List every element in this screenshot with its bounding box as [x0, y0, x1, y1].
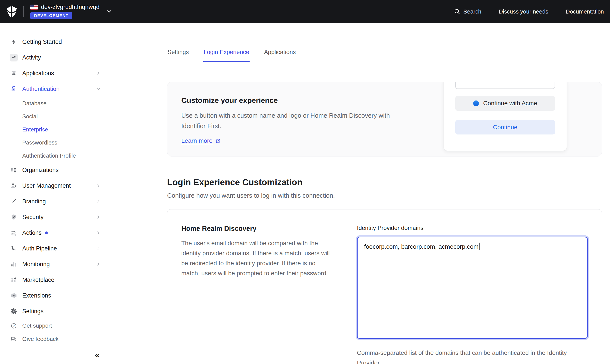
collapse-sidebar-button[interactable]: « [95, 351, 99, 359]
sidebar-item-monitoring[interactable]: Monitoring [0, 256, 112, 272]
activity-icon [10, 54, 18, 62]
notification-dot [45, 232, 48, 234]
bolt-icon [10, 38, 18, 46]
page-section-description: Configure how you want users to log in w… [167, 192, 602, 199]
tab-settings[interactable]: Settings [167, 44, 189, 62]
lock-open-icon [10, 85, 18, 93]
flow-icon [10, 229, 18, 237]
main-content: Settings Login Experience Applications C… [112, 23, 610, 364]
hrd-title: Home Realm Discovery [181, 225, 332, 233]
us-flag-icon [30, 5, 38, 10]
hrd-description: The user's email domain will be compared… [181, 238, 332, 278]
sidebar-subitem-social[interactable]: Social [0, 110, 112, 123]
tenant-selector[interactable]: dev-zlvgrudhtfnqnwqd DEVELOPMENT [30, 4, 99, 19]
preview-identifier-input[interactable] [455, 82, 555, 89]
search-button[interactable]: Search [454, 8, 481, 15]
discuss-your-needs-link[interactable]: Discuss your needs [499, 8, 548, 15]
sidebar-item-activity[interactable]: Activity [0, 50, 112, 65]
sidebar-item-auth-pipeline[interactable]: Auth Pipeline [0, 241, 112, 256]
tab-login-experience[interactable]: Login Experience [203, 44, 250, 62]
sidebar-item-marketplace[interactable]: Marketplace [0, 272, 112, 288]
user-gear-icon [10, 182, 18, 190]
acme-logo-icon [473, 101, 479, 106]
chevron-right-icon [96, 231, 101, 235]
environment-badge: DEVELOPMENT [30, 12, 72, 19]
pipeline-icon [10, 245, 18, 252]
page-section-title: Login Experience Customization [167, 177, 602, 187]
identity-provider-domains-input[interactable]: foocorp.com, barcorp.com, acmecorp.com [357, 237, 588, 339]
tab-applications[interactable]: Applications [264, 44, 296, 62]
chevron-right-icon [96, 199, 101, 204]
shield-check-icon [10, 213, 18, 221]
feedback-icon [10, 335, 18, 343]
text-caret [479, 243, 480, 250]
sidebar-item-get-support[interactable]: ? Get support [0, 319, 112, 332]
continue-with-acme-button[interactable]: Continue with Acme [455, 96, 555, 111]
search-icon [454, 8, 460, 15]
sidebar-item-security[interactable]: Security [0, 209, 112, 225]
topbar: dev-zlvgrudhtfnqnwqd DEVELOPMENT Search … [0, 0, 610, 23]
identity-provider-domains-label: Identity Provider domains [357, 225, 588, 232]
sidebar-item-give-feedback[interactable]: Give feedback [0, 332, 112, 346]
sidebar-item-getting-started[interactable]: Getting Started [0, 34, 112, 50]
topbar-divider [23, 6, 24, 17]
sidebar-item-applications[interactable]: Applications [0, 65, 112, 81]
sidebar-subitem-authentication-profile[interactable]: Authentication Profile [0, 149, 112, 162]
customize-card-description: Use a button with a custom name and logo… [181, 110, 415, 131]
layers-icon [10, 69, 18, 77]
chevron-right-icon [96, 262, 101, 266]
bar-chart-icon [10, 260, 18, 268]
learn-more-link[interactable]: Learn more [181, 137, 221, 144]
sidebar-item-authentication[interactable]: Authentication [0, 81, 112, 97]
grid-plus-icon [10, 276, 18, 284]
sidebar-item-organizations[interactable]: Organizations [0, 162, 112, 178]
tenant-name: dev-zlvgrudhtfnqnwqd [41, 4, 99, 11]
tenant-chevron-down-icon[interactable] [106, 9, 112, 15]
external-link-icon [215, 138, 221, 144]
chevron-down-icon [96, 87, 101, 91]
chevron-right-icon [96, 246, 101, 251]
chevron-right-icon [96, 183, 101, 188]
chevron-right-icon [96, 71, 101, 75]
login-preview-panel: Continue with Acme Continue [444, 82, 567, 151]
brush-icon [10, 197, 18, 205]
sidebar-subitem-database[interactable]: Database [0, 97, 112, 110]
sidebar-item-branding[interactable]: Branding [0, 194, 112, 209]
identity-provider-domains-value: foocorp.com, barcorp.com, acmecorp.com [364, 243, 478, 250]
auth0-logo-icon[interactable] [6, 5, 18, 18]
help-icon: ? [10, 322, 18, 330]
sidebar-subitem-passwordless[interactable]: Passwordless [0, 136, 112, 149]
documentation-link[interactable]: Documentation [566, 8, 604, 15]
identity-provider-domains-helper: Comma-separated list of the domains that… [357, 348, 586, 364]
gear-icon [10, 307, 18, 315]
tab-bar: Settings Login Experience Applications [167, 44, 602, 62]
svg-text:?: ? [13, 324, 15, 328]
sidebar-item-extensions[interactable]: Extensions [0, 288, 112, 303]
continue-button[interactable]: Continue [455, 120, 555, 134]
sidebar-subitem-enterprise[interactable]: Enterprise [0, 123, 112, 136]
sidebar-footer: « [0, 346, 112, 364]
sidebar-item-settings[interactable]: Settings [0, 303, 112, 319]
sidebar: Getting Started Activity [0, 23, 112, 364]
chevron-right-icon [96, 215, 101, 219]
home-realm-discovery-card: Home Realm Discovery The user's email do… [167, 209, 602, 364]
search-label: Search [463, 8, 481, 15]
sidebar-nav: Getting Started Activity [0, 23, 112, 346]
sidebar-item-actions[interactable]: Actions [0, 225, 112, 241]
sidebar-item-user-management[interactable]: User Management [0, 178, 112, 194]
customize-experience-card: Customize your experience Use a button w… [167, 82, 602, 156]
building-icon [10, 166, 18, 174]
chip-icon [10, 292, 18, 299]
